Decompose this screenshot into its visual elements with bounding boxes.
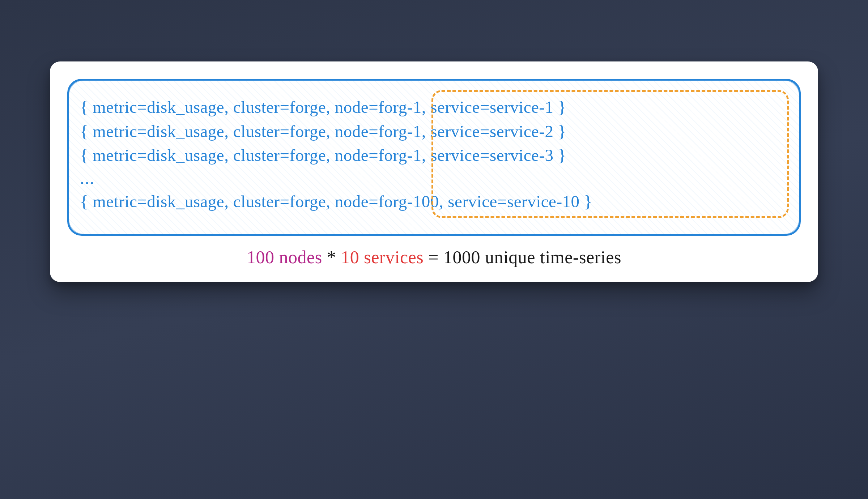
multiply-symbol: * [322,247,341,267]
result-label: 1000 unique time-series [443,247,621,267]
nodes-count-label: 100 nodes [247,247,322,267]
metric-series-container: { metric=disk_usage, cluster=forge, node… [67,79,801,236]
metric-row-last: { metric=disk_usage, cluster=forge, node… [80,189,788,214]
metric-row: { metric=disk_usage, cluster=forge, node… [80,95,788,119]
metric-row: { metric=disk_usage, cluster=forge, node… [80,143,788,167]
diagram-card: { metric=disk_usage, cluster=forge, node… [50,61,818,282]
metric-row: { metric=disk_usage, cluster=forge, node… [80,119,788,144]
services-count-label: 10 services [341,247,424,267]
caption: 100 nodes * 10 services = 1000 unique ti… [67,247,801,268]
equals-symbol: = [424,247,443,267]
ellipsis: ... [80,167,788,189]
